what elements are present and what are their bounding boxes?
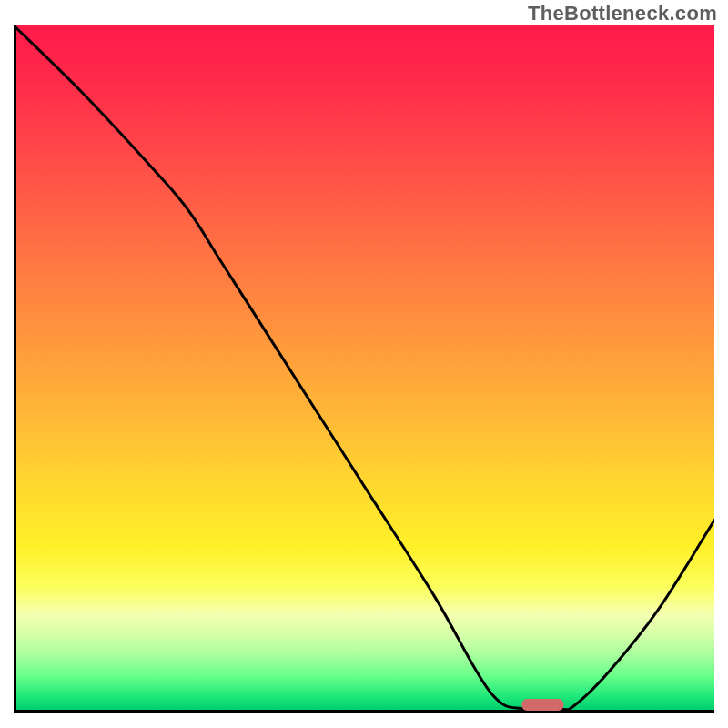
bottleneck-curve (14, 25, 714, 711)
chart-overlay (14, 25, 714, 713)
optimal-marker (521, 699, 563, 711)
watermark-text: TheBottleneck.com (528, 2, 717, 25)
